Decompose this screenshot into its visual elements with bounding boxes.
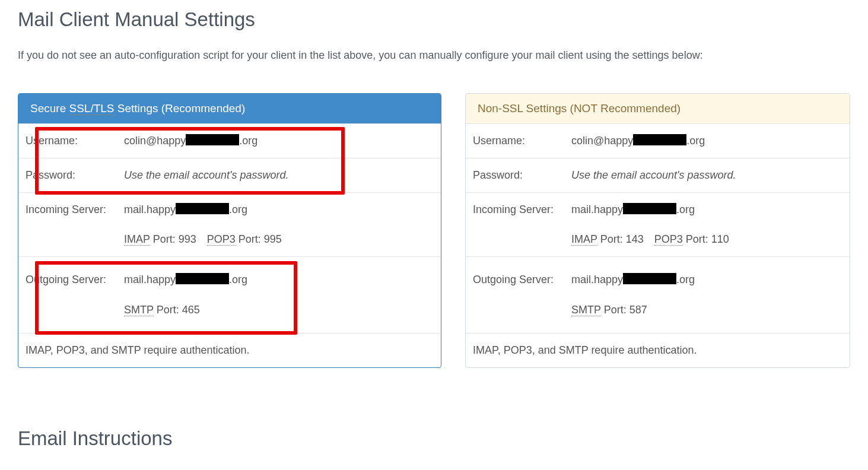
nonssl-panel-header: Non-SSL Settings (NOT Recommended) — [466, 94, 850, 123]
ssl-panel: Secure SSL/TLS Settings (Recommended) Us… — [18, 93, 441, 368]
email-instructions-heading: Email Instructions — [18, 427, 850, 450]
ssl-outgoing-host-suffix: .org — [229, 274, 247, 285]
nonssl-username-row: Username: colin@happy.org — [466, 123, 850, 158]
nonssl-username-prefix: colin@happy — [571, 135, 633, 147]
nonssl-outgoing-host-prefix: mail.happy — [571, 274, 623, 285]
ssl-panel-header: Secure SSL/TLS Settings (Recommended) — [18, 94, 441, 123]
nonssl-username-label: Username: — [473, 132, 569, 150]
ssl-incoming-value: mail.happy.org IMAP Port: 993 POP3 Port:… — [124, 201, 434, 249]
nonssl-panel: Non-SSL Settings (NOT Recommended) Usern… — [465, 93, 850, 368]
ssl-header-suffix: Settings (Recommended) — [115, 102, 246, 115]
imap-abbr: IMAP — [124, 233, 150, 246]
nonssl-password-label: Password: — [473, 167, 569, 184]
ssl-incoming-label: Incoming Server: — [26, 201, 122, 218]
nonssl-incoming-host-prefix: mail.happy — [571, 204, 623, 215]
nonssl-imap-port: IMAP Port: 143 — [571, 231, 644, 248]
ssl-incoming-row: Incoming Server: mail.happy.org IMAP Por… — [18, 192, 441, 257]
pop3-abbr: POP3 — [654, 233, 683, 246]
ssl-password-label: Password: — [26, 167, 122, 184]
nonssl-outgoing-host-suffix: .org — [676, 274, 695, 285]
ssl-password-row: Password: Use the email account's passwo… — [18, 158, 441, 192]
ssl-incoming-host-suffix: .org — [229, 204, 247, 215]
ssl-username-value: colin@happy.org — [124, 132, 434, 150]
ssl-username-label: Username: — [26, 132, 122, 150]
redacted-icon — [176, 273, 229, 284]
nonssl-username-suffix: .org — [686, 135, 705, 147]
ssl-outgoing-row: Outgoing Server: mail.happy.org SMTP Por… — [18, 256, 441, 333]
ssl-username-row: Username: colin@happy.org — [18, 123, 441, 158]
ssl-smtp-port: SMTP Port: 465 — [124, 304, 200, 316]
nonssl-smtp-port: SMTP Port: 587 — [571, 304, 647, 316]
redacted-icon — [623, 203, 676, 214]
nonssl-incoming-label: Incoming Server: — [473, 201, 569, 218]
redacted-icon — [176, 203, 229, 214]
nonssl-auth-note: IMAP, POP3, and SMTP require authenticat… — [466, 333, 850, 367]
nonssl-password-row: Password: Use the email account's passwo… — [466, 158, 850, 192]
ssl-outgoing-label: Outgoing Server: — [26, 271, 122, 288]
nonssl-outgoing-value: mail.happy.org SMTP Port: 587 — [571, 271, 842, 319]
nonssl-incoming-value: mail.happy.org IMAP Port: 143 POP3 Port:… — [571, 201, 842, 249]
ssl-incoming-host-prefix: mail.happy — [124, 204, 176, 215]
ssl-header-prefix: Secure — [30, 102, 69, 115]
ssl-password-value: Use the email account's password. — [124, 167, 434, 184]
page-title: Mail Client Manual Settings — [18, 8, 850, 31]
ssl-imap-port: IMAP Port: 993 — [124, 231, 196, 248]
smtp-abbr: SMTP — [124, 304, 154, 316]
ssl-abbr: SSL/TLS — [69, 102, 114, 115]
redacted-icon — [623, 273, 676, 284]
nonssl-password-value: Use the email account's password. — [571, 167, 842, 184]
intro-text: If you do not see an auto-configuration … — [18, 47, 850, 63]
nonssl-incoming-row: Incoming Server: mail.happy.org IMAP Por… — [466, 192, 850, 257]
nonssl-outgoing-row: Outgoing Server: mail.happy.org SMTP Por… — [466, 256, 850, 333]
redacted-icon — [633, 134, 686, 145]
pop3-abbr: POP3 — [207, 233, 236, 246]
ssl-auth-note: IMAP, POP3, and SMTP require authenticat… — [18, 333, 441, 367]
ssl-outgoing-value: mail.happy.org SMTP Port: 465 — [124, 271, 434, 319]
nonssl-outgoing-label: Outgoing Server: — [473, 271, 569, 288]
imap-abbr: IMAP — [571, 233, 597, 246]
ssl-outgoing-host-prefix: mail.happy — [124, 274, 176, 285]
ssl-username-prefix: colin@happy — [124, 135, 186, 147]
ssl-pop3-port: POP3 Port: 995 — [207, 231, 282, 248]
nonssl-pop3-port: POP3 Port: 110 — [654, 231, 729, 248]
settings-panels: Secure SSL/TLS Settings (Recommended) Us… — [18, 93, 850, 368]
ssl-username-suffix: .org — [239, 135, 257, 147]
redacted-icon — [186, 134, 239, 145]
smtp-abbr: SMTP — [571, 304, 601, 316]
nonssl-username-value: colin@happy.org — [571, 132, 842, 150]
nonssl-incoming-host-suffix: .org — [676, 204, 695, 215]
